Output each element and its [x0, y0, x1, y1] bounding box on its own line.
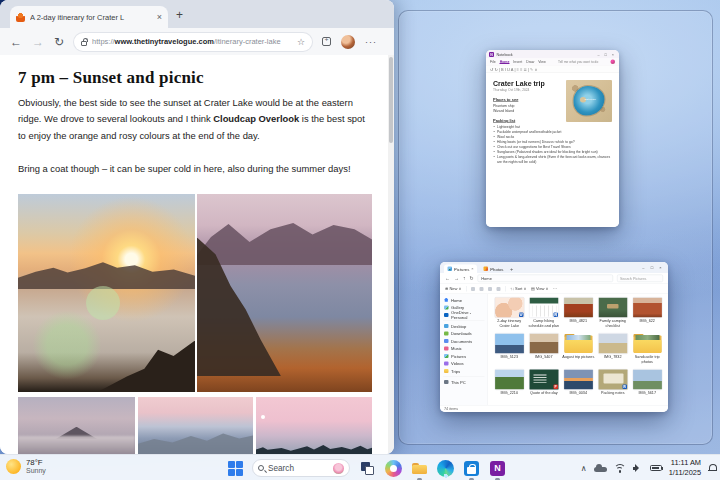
explorer-tab-photos[interactable]: Photos: [480, 265, 507, 274]
reload-icon[interactable]: ↻: [54, 35, 64, 49]
new-tab-button[interactable]: +: [176, 8, 183, 22]
back-icon[interactable]: ←: [10, 35, 22, 49]
file-item[interactable]: WCamp hiking schedule and plan: [527, 297, 562, 333]
taskbar-search[interactable]: Search: [252, 459, 350, 477]
new-tab-button[interactable]: +: [510, 266, 513, 272]
file-item[interactable]: IMG_5407: [527, 333, 562, 369]
clock[interactable]: 11:11 AM 1/11/2025: [669, 458, 701, 477]
menu-home[interactable]: Home: [500, 60, 510, 65]
file-item[interactable]: IMG_4821: [561, 297, 596, 333]
sidebar-item-thispc[interactable]: This PC: [440, 378, 488, 386]
file-item[interactable]: IMG_0034: [561, 369, 596, 405]
file-item[interactable]: IMG_7832: [596, 333, 631, 369]
sidebar-item-pictures[interactable]: Pictures: [440, 352, 488, 360]
file-item[interactable]: IMG_5123: [492, 333, 527, 369]
file-item[interactable]: W2-day itinerary Crater Lake: [492, 297, 527, 333]
menu-file[interactable]: File: [490, 60, 496, 64]
onenote-page: Crater Lake trip Thursday, Oct 19th, 202…: [486, 73, 619, 164]
tellme-search[interactable]: Tell me what you want to do: [550, 60, 607, 64]
sort-button[interactable]: ↑↓ Sort ∨: [510, 287, 526, 292]
browser-tab[interactable]: A 2-day itinerary for Crater L ×: [10, 6, 168, 28]
file-item[interactable]: WPacking notes: [596, 369, 631, 405]
browser-window[interactable]: A 2-day itinerary for Crater L × + ← → ↻…: [0, 0, 394, 454]
onenote-icon: N: [490, 461, 505, 476]
file-item[interactable]: IMG_5617: [630, 369, 665, 405]
start-button[interactable]: [228, 461, 243, 476]
forward-icon[interactable]: →: [454, 276, 459, 282]
sidebar-item-downloads[interactable]: Downloads: [440, 330, 488, 338]
widgets-weather-button[interactable]: 78°F Sunny: [6, 458, 46, 474]
file-item[interactable]: IMG_622: [630, 297, 665, 333]
file-item[interactable]: PQuote of the day: [527, 369, 562, 405]
menu-view[interactable]: View: [538, 60, 546, 64]
file-item[interactable]: Family camping checklist: [596, 297, 631, 333]
onenote-button[interactable]: N: [489, 460, 506, 477]
refresh-icon[interactable]: ↻: [470, 276, 474, 282]
tab-close-icon[interactable]: ×: [157, 13, 162, 22]
breadcrumb[interactable]: Home: [478, 275, 613, 283]
file-explorer-button[interactable]: [411, 460, 428, 477]
onenote-ribbon[interactable]: ↺ ↻ | B I U A | ≡ ≡ ≣ | ✎ ∨: [486, 66, 619, 74]
tab-close-icon[interactable]: ×: [471, 267, 473, 272]
explorer-status-bar: 74 items: [440, 405, 668, 412]
sidebar-item-documents[interactable]: Documents: [440, 337, 488, 345]
sidebar-item-onedrive[interactable]: OneDrive - Personal: [440, 311, 488, 319]
sidebar-item-desktop[interactable]: Desktop: [440, 322, 488, 330]
more-button[interactable]: ⋯: [553, 287, 557, 292]
article-paragraph: Bring a coat though – it can be super co…: [18, 161, 372, 177]
photo-pink-sky-moon[interactable]: [256, 397, 372, 454]
sidebar-item-home[interactable]: Home: [440, 296, 488, 304]
task-view-button[interactable]: [359, 460, 376, 477]
web-page: 7 pm – Sunset and picnic Obviously, the …: [0, 55, 388, 454]
profile-avatar[interactable]: [341, 35, 355, 49]
view-button[interactable]: ▤ View ∨: [531, 287, 549, 292]
file-item[interactable]: IMG_2210: [492, 369, 527, 405]
onenote-window-thumbnail[interactable]: N Notebook – □ × File Home Insert Draw V…: [486, 50, 619, 227]
scrollbar-thumb[interactable]: [389, 57, 393, 143]
sidebar-item-music[interactable]: Music: [440, 345, 488, 353]
explorer-window-thumbnail[interactable]: Pictures × Photos + – □ × ← → ↑ ↻ Home S…: [440, 262, 668, 412]
desktop-wallpaper: A 2-day itinerary for Crater L × + ← → ↻…: [0, 0, 720, 480]
cut-icon[interactable]: [471, 287, 475, 291]
tray-chevron-icon[interactable]: ∧: [581, 464, 587, 473]
copilot-button[interactable]: [385, 460, 402, 477]
back-icon[interactable]: ←: [445, 276, 450, 282]
folder-item[interactable]: August trip pictures: [561, 333, 596, 369]
explorer-titlebar: Pictures × Photos + – □ ×: [440, 262, 668, 273]
new-button[interactable]: ⊕ New ∨: [445, 287, 462, 292]
menu-insert[interactable]: Insert: [513, 60, 522, 64]
photo-sunset-lake[interactable]: [18, 194, 195, 392]
copy-icon[interactable]: [480, 287, 484, 291]
packing-item: Long pants & long-sleeved shirts (Even i…: [493, 154, 611, 164]
window-controls[interactable]: – □ ×: [597, 52, 616, 57]
photo-hazy-ridge[interactable]: [138, 397, 253, 454]
explorer-tab-pictures[interactable]: Pictures ×: [444, 265, 477, 274]
favorite-star-icon[interactable]: ☆: [297, 37, 305, 47]
onenote-profile-avatar[interactable]: [611, 60, 616, 65]
lock-icon: [81, 41, 87, 46]
forward-icon[interactable]: →: [32, 35, 44, 49]
sidebar-item-videos[interactable]: Videos: [440, 360, 488, 368]
home-icon: [444, 298, 449, 302]
store-button[interactable]: [463, 460, 480, 477]
edge-button[interactable]: [437, 460, 454, 477]
battery-icon[interactable]: [650, 465, 662, 472]
photo-peak-clouds[interactable]: [18, 397, 135, 454]
notifications-bell-icon[interactable]: [708, 464, 716, 472]
volume-icon[interactable]: [633, 464, 643, 472]
wifi-icon[interactable]: [614, 464, 626, 473]
delete-icon[interactable]: [497, 287, 501, 291]
explorer-search-input[interactable]: Search Pictures: [617, 275, 663, 283]
window-controls[interactable]: – □ ×: [642, 265, 664, 270]
sidebar-item-trips[interactable]: Trips: [440, 367, 488, 375]
folder-item[interactable]: Sandcastle trip photos: [630, 333, 665, 369]
address-bar[interactable]: https://www.thetinytravelogue.com/itiner…: [74, 33, 312, 51]
page-scrollbar[interactable]: [388, 55, 394, 454]
rename-icon[interactable]: [488, 287, 492, 291]
menu-draw[interactable]: Draw: [526, 60, 534, 64]
photo-dusk-cliffs[interactable]: [197, 194, 372, 392]
up-icon[interactable]: ↑: [463, 276, 466, 282]
onedrive-tray-icon[interactable]: [594, 464, 607, 472]
browser-menu-icon[interactable]: ···: [365, 37, 377, 47]
collections-icon[interactable]: [322, 37, 331, 46]
